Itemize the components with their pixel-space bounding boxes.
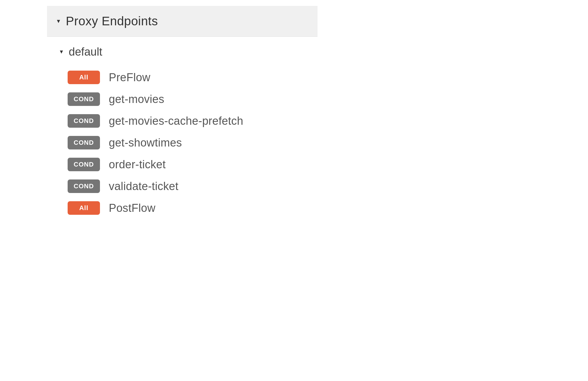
list-item[interactable]: AllPostFlow (65, 198, 312, 218)
cond-badge: COND (68, 114, 100, 128)
section-body: ▼ default AllPreFlowCONDget-moviesCONDge… (47, 37, 318, 227)
cond-badge: COND (68, 92, 100, 106)
section-chevron-icon: ▼ (56, 18, 61, 24)
subsection-title: default (69, 46, 102, 58)
list-item[interactable]: CONDorder-ticket (65, 154, 312, 175)
item-label: validate-ticket (109, 180, 178, 193)
list-item[interactable]: CONDget-showtimes (65, 132, 312, 153)
list-item[interactable]: CONDget-movies-cache-prefetch (65, 111, 312, 131)
subsection-header[interactable]: ▼ default (53, 46, 312, 58)
section-header[interactable]: ▼ Proxy Endpoints (47, 6, 318, 37)
section-title: Proxy Endpoints (66, 14, 158, 28)
item-label: get-showtimes (109, 137, 182, 149)
list-item[interactable]: CONDvalidate-ticket (65, 176, 312, 197)
subsection-chevron-icon: ▼ (59, 49, 64, 55)
item-label: get-movies-cache-prefetch (109, 115, 243, 127)
item-label: PostFlow (109, 202, 156, 214)
cond-badge: COND (68, 179, 100, 193)
cond-badge: COND (68, 158, 100, 171)
all-badge: All (68, 201, 100, 215)
cond-badge: COND (68, 136, 100, 149)
list-item[interactable]: CONDget-movies (65, 89, 312, 109)
list-item[interactable]: AllPreFlow (65, 67, 312, 88)
item-label: PreFlow (109, 71, 150, 84)
item-label: order-ticket (109, 158, 166, 171)
items-list: AllPreFlowCONDget-moviesCONDget-movies-c… (53, 67, 312, 218)
all-badge: All (68, 71, 100, 84)
item-label: get-movies (109, 93, 164, 106)
proxy-endpoints-panel: ▼ Proxy Endpoints ▼ default AllPreFlowCO… (47, 6, 318, 227)
